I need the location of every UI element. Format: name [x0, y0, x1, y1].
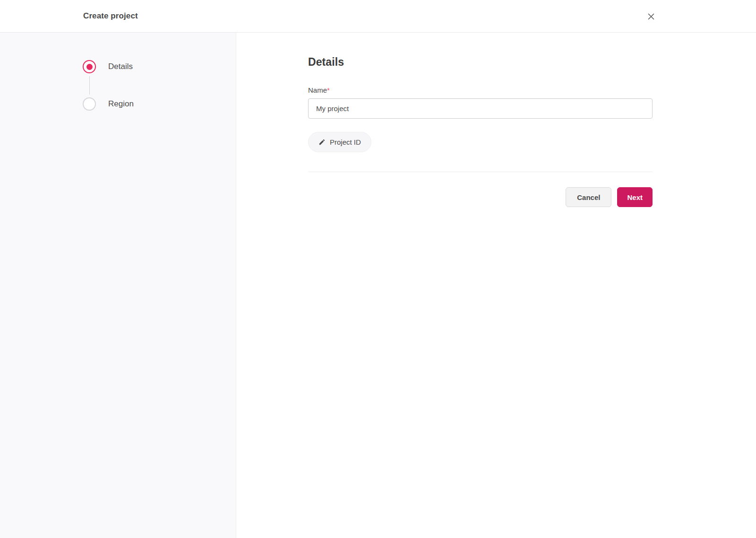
modal-body: Details Region Details Name*	[0, 33, 756, 538]
cancel-button[interactable]: Cancel	[566, 187, 611, 207]
project-name-input[interactable]	[308, 98, 653, 119]
stepper-connector	[83, 73, 96, 97]
wizard-stepper-sidebar: Details Region	[0, 33, 236, 538]
name-field-label: Name	[308, 86, 327, 94]
details-step-content: Details Name* Project ID Cancel	[308, 56, 653, 207]
name-field-group: Name*	[308, 86, 653, 119]
modal-header: Create project	[0, 0, 756, 33]
step-heading: Details	[308, 56, 653, 69]
step-radio-active-icon	[83, 60, 96, 73]
main-panel: Details Name* Project ID Cancel	[236, 33, 756, 538]
project-id-chip[interactable]: Project ID	[308, 132, 371, 152]
close-button[interactable]	[644, 9, 659, 24]
stepper-step-region[interactable]: Region	[83, 97, 236, 111]
footer-actions: Cancel Next	[308, 187, 653, 207]
content-divider	[308, 172, 653, 172]
step-label-details: Details	[108, 62, 133, 71]
step-label-region: Region	[108, 99, 134, 109]
close-icon	[647, 12, 655, 21]
next-button[interactable]: Next	[617, 187, 653, 207]
create-project-modal: Create project Details Re	[0, 0, 756, 538]
project-id-chip-label: Project ID	[330, 138, 361, 146]
pencil-icon	[318, 139, 326, 146]
modal-title: Create project	[83, 11, 138, 21]
step-radio-inactive-icon	[83, 97, 96, 111]
stepper-step-details[interactable]: Details	[83, 60, 236, 73]
required-marker: *	[327, 86, 330, 94]
